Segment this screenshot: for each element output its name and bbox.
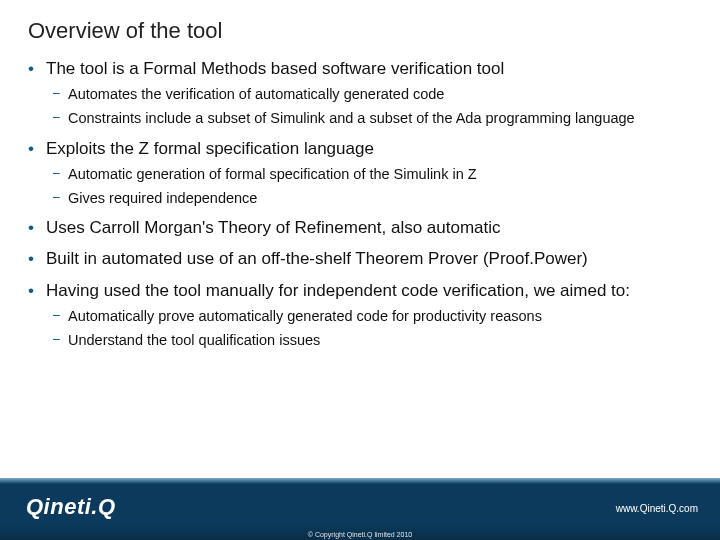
footer-copyright: © Copyright Qineti.Q limited 2010 [0,531,720,538]
list-item: Gives required independence [28,189,692,207]
list-item: Uses Carroll Morgan's Theory of Refineme… [28,217,692,238]
list-item: The tool is a Formal Methods based softw… [28,58,692,79]
list-item: Automates the verification of automatica… [28,85,692,103]
bullet-list: The tool is a Formal Methods based softw… [28,58,692,349]
list-item: Automatically prove automatically genera… [28,307,692,325]
slide: Overview of the tool The tool is a Forma… [0,0,720,540]
list-item: Exploits the Z formal specification lang… [28,138,692,159]
list-item: Understand the tool qualification issues [28,331,692,349]
slide-title: Overview of the tool [28,18,692,44]
footer-band: Qineti.Q www.Qineti.Q.com © Copyright Qi… [0,484,720,540]
list-item: Constraints include a subset of Simulink… [28,109,692,127]
list-item: Automatic generation of formal specifica… [28,165,692,183]
brand-logo: Qineti.Q [26,494,116,520]
list-item: Built in automated use of an off-the-she… [28,248,692,269]
list-item: Having used the tool manually for indepe… [28,280,692,301]
footer-url: www.Qineti.Q.com [616,503,698,514]
slide-content: Overview of the tool The tool is a Forma… [0,0,720,349]
